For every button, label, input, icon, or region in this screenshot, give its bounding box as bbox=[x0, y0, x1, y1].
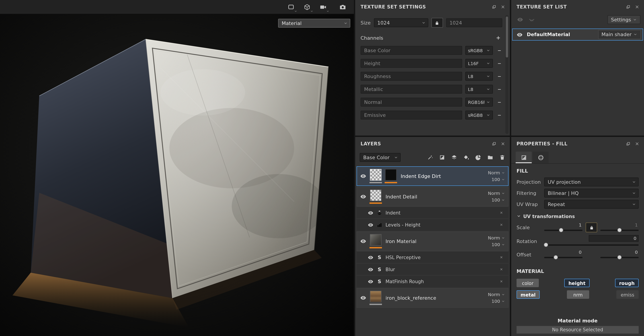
float-panel-icon[interactable] bbox=[489, 139, 498, 148]
channel-toggle-nrm[interactable]: nrm bbox=[567, 290, 589, 299]
scrollbar-track[interactable] bbox=[506, 15, 508, 134]
visibility-eye-icon[interactable] bbox=[367, 209, 374, 216]
layer-row-iron-material[interactable]: Iron Material Norm 100 bbox=[356, 231, 508, 251]
viewport-3d[interactable]: Material bbox=[0, 0, 354, 336]
remove-channel-icon[interactable] bbox=[496, 48, 502, 53]
float-panel-icon[interactable] bbox=[489, 2, 498, 11]
visibility-eye-icon[interactable] bbox=[516, 31, 523, 38]
remove-channel-icon[interactable] bbox=[496, 74, 502, 79]
visibility-eye-icon[interactable] bbox=[360, 193, 367, 200]
opacity-dropdown[interactable]: 100 bbox=[492, 198, 505, 202]
tab-material-properties[interactable] bbox=[532, 152, 549, 163]
scale-y-slider[interactable] bbox=[600, 230, 639, 231]
visibility-eye-icon[interactable] bbox=[367, 266, 374, 273]
channel-format-dropdown[interactable]: L8 bbox=[465, 72, 493, 81]
shelf-display-icon[interactable] bbox=[284, 1, 298, 13]
effect-row-levels-height[interactable]: Levels - Height bbox=[356, 218, 508, 230]
layer-content-thumbnail[interactable] bbox=[370, 291, 382, 302]
texture-set-row-defaultmaterial[interactable]: DefaultMaterial Main shader bbox=[512, 29, 643, 41]
filtering-dropdown[interactable]: Bilinear | HQ bbox=[544, 189, 639, 198]
remove-channel-icon[interactable] bbox=[496, 100, 502, 105]
visibility-eye-icon[interactable] bbox=[360, 173, 367, 180]
blend-mode-dropdown[interactable]: Norm bbox=[488, 170, 505, 175]
material-resource-slot[interactable]: No Resource Selected bbox=[516, 326, 639, 333]
layer-content-thumbnail[interactable] bbox=[370, 189, 382, 201]
close-panel-icon[interactable] bbox=[632, 2, 641, 11]
channel-name-field[interactable]: Emissive bbox=[360, 111, 462, 120]
scrollbar-thumb[interactable] bbox=[506, 17, 508, 58]
rotation-slider[interactable] bbox=[544, 244, 639, 246]
magic-wand-icon[interactable] bbox=[426, 153, 434, 161]
channel-toggle-height[interactable]: height bbox=[564, 279, 590, 287]
video-camera-icon[interactable] bbox=[316, 1, 330, 13]
size-dropdown[interactable]: 1024 bbox=[374, 18, 428, 27]
add-channel-icon[interactable] bbox=[494, 34, 502, 42]
slider-handle[interactable] bbox=[554, 255, 558, 259]
scale-x-slider[interactable] bbox=[544, 230, 582, 231]
close-panel-icon[interactable] bbox=[498, 2, 507, 11]
size-linked-field[interactable]: 1024 bbox=[446, 18, 502, 27]
channel-name-field[interactable]: Roughness bbox=[360, 72, 462, 81]
close-panel-icon[interactable] bbox=[498, 139, 507, 148]
fill-layer-icon[interactable] bbox=[438, 153, 446, 161]
blend-mode-dropdown[interactable]: Norm bbox=[488, 235, 505, 240]
add-layer-icon[interactable] bbox=[450, 153, 458, 161]
remove-effect-icon[interactable] bbox=[498, 254, 504, 260]
remove-effect-icon[interactable] bbox=[498, 278, 504, 284]
remove-channel-icon[interactable] bbox=[496, 61, 502, 66]
channel-toggle-metal[interactable]: metal bbox=[516, 290, 540, 299]
trash-icon[interactable] bbox=[498, 153, 506, 161]
channel-toggle-rough[interactable]: rough bbox=[615, 279, 639, 287]
slider-handle[interactable] bbox=[617, 228, 622, 232]
uv-wrap-dropdown[interactable]: Repeat bbox=[544, 200, 639, 209]
slider-handle[interactable] bbox=[544, 243, 548, 247]
visibility-eye-icon[interactable] bbox=[367, 221, 374, 228]
opacity-dropdown[interactable]: 100 bbox=[492, 177, 505, 182]
opacity-dropdown[interactable]: 100 bbox=[492, 242, 505, 247]
add-folder-icon[interactable] bbox=[486, 153, 494, 161]
channel-toggle-color[interactable]: color bbox=[516, 279, 539, 287]
3d-scene-metal-cube[interactable] bbox=[0, 14, 354, 336]
visibility-eye-icon[interactable] bbox=[367, 254, 374, 261]
visibility-eye-icon[interactable] bbox=[367, 278, 374, 285]
layer-content-thumbnail[interactable] bbox=[370, 234, 382, 246]
effects-pie-icon[interactable] bbox=[474, 153, 482, 161]
layers-channel-filter-dropdown[interactable]: Base Color bbox=[360, 153, 401, 162]
layer-row-indent-detail[interactable]: Indent Detail Norm 100 bbox=[356, 187, 508, 206]
effect-row-hsl-perceptive[interactable]: S HSL Perceptive bbox=[356, 251, 508, 263]
solo-eye-icon[interactable] bbox=[528, 16, 535, 23]
photo-camera-icon[interactable] bbox=[336, 1, 350, 13]
size-lock-icon[interactable] bbox=[431, 18, 443, 28]
channel-name-field[interactable]: Metallic bbox=[360, 85, 462, 94]
show-all-eye-icon[interactable] bbox=[516, 16, 524, 23]
float-panel-icon[interactable] bbox=[624, 139, 632, 148]
channel-format-dropdown[interactable]: L16F bbox=[465, 59, 493, 68]
projection-dropdown[interactable]: UV projection bbox=[544, 177, 639, 186]
viewport-material-mode-dropdown[interactable]: Material bbox=[278, 19, 350, 28]
effect-row-blur[interactable]: S Blur bbox=[356, 263, 508, 275]
channel-format-dropdown[interactable]: sRGB8 bbox=[465, 46, 493, 55]
slider-handle[interactable] bbox=[617, 255, 622, 259]
scale-link-lock-icon[interactable] bbox=[586, 222, 597, 232]
layer-mask-thumbnail[interactable] bbox=[370, 169, 382, 181]
remove-channel-icon[interactable] bbox=[496, 87, 502, 92]
remove-effect-icon[interactable] bbox=[498, 222, 504, 228]
visibility-eye-icon[interactable] bbox=[360, 294, 367, 301]
channel-format-dropdown[interactable]: RGB16F bbox=[465, 98, 493, 107]
close-panel-icon[interactable] bbox=[632, 139, 641, 148]
3d-cube-icon[interactable] bbox=[300, 1, 314, 13]
effect-row-indent[interactable]: Indent bbox=[356, 206, 508, 218]
channel-name-field[interactable]: Base Color bbox=[360, 46, 462, 55]
visibility-eye-icon[interactable] bbox=[360, 238, 367, 245]
uv-transformations-toggle[interactable]: UV transformations bbox=[516, 214, 639, 219]
blend-mode-dropdown[interactable]: Norm bbox=[488, 191, 505, 196]
float-panel-icon[interactable] bbox=[624, 2, 632, 11]
rotation-value-field[interactable]: 0 bbox=[589, 235, 639, 242]
remove-channel-icon[interactable] bbox=[496, 113, 502, 118]
paint-bucket-icon[interactable] bbox=[462, 153, 470, 161]
layer-row-iron-block-reference[interactable]: iron_block_reference Norm 100 bbox=[356, 288, 508, 308]
settings-dropdown-button[interactable]: Settings bbox=[608, 15, 640, 24]
channel-name-field[interactable]: Height bbox=[360, 59, 462, 68]
channel-format-dropdown[interactable]: sRGB8 bbox=[465, 111, 493, 120]
effect-row-matfinish-rough[interactable]: S MatFinish Rough bbox=[356, 275, 508, 287]
